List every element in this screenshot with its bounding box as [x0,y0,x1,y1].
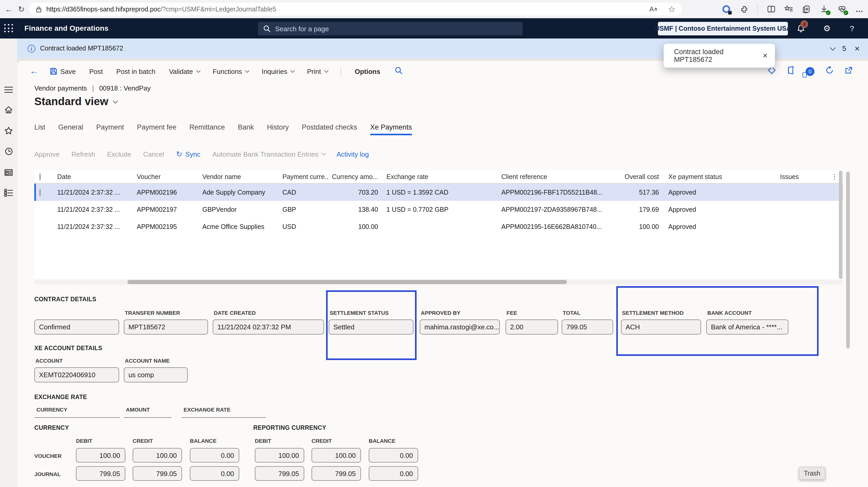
field-account-name[interactable]: us comp [124,367,188,383]
browser-back-icon[interactable]: ← [3,0,14,18]
tab-history[interactable]: History [267,123,289,135]
nav-recent-icon[interactable] [0,145,17,158]
message-bar-close-icon[interactable]: × [855,44,860,53]
nav-favorites-icon[interactable] [0,124,17,137]
tab-postdated-checks[interactable]: Postdated checks [302,123,357,135]
action-pane-item-post-in-batch[interactable]: Post in batch [116,67,155,75]
action-pane-item-validate[interactable]: Validate [169,67,199,75]
read-aloud-icon[interactable]: A [649,5,658,13]
field-voucher-currency-balance[interactable]: 0.00 [190,448,239,462]
action-search-icon[interactable] [395,66,403,76]
action-pane-item-print[interactable]: Print [307,67,327,75]
cell-voucher: APPM002196 [137,189,202,196]
notifications-bell-icon[interactable]: 4 [795,18,807,38]
field-journal-reporting-balance[interactable]: 0.00 [369,466,418,481]
browser-menu-icon[interactable]: … [855,5,864,13]
page-vertical-scrollbar[interactable] [846,172,850,348]
field-voucher-currency-credit[interactable]: 100.00 [133,448,182,462]
favorite-star-icon[interactable]: ☆ [667,5,676,13]
grid-horizontal-scrollbar[interactable] [34,279,843,284]
page-back-icon[interactable]: ← [30,66,38,77]
address-bar[interactable]: https://d365finops-sand.hifxpreprod.poc/… [29,3,682,16]
grid-header-exchange-rate[interactable]: Exchange rate [378,173,501,180]
field-journal-currency-debit[interactable]: 799.05 [76,466,125,481]
nav-workspaces-icon[interactable] [0,166,17,179]
row-radio[interactable] [39,189,40,196]
field-voucher-currency-debit[interactable]: 100.00 [76,448,125,462]
field-journal-currency-balance[interactable]: 0.00 [190,466,239,481]
page-search-input[interactable]: Search for a page [258,22,523,35]
field-status[interactable]: Confirmed [34,319,119,335]
split-screen-icon[interactable] [767,5,775,13]
tab-payment-fee[interactable]: Payment fee [137,123,177,135]
tab-remittance[interactable]: Remittance [189,123,225,135]
grid-toolbar-sync[interactable]: ↻Sync [176,150,200,158]
collections-icon[interactable] [784,5,793,13]
field-transfer-number[interactable]: MPT185672 [124,319,208,335]
field-approved-by[interactable]: mahima.rastogi@xe.co... [420,319,500,335]
field-voucher-reporting-balance[interactable]: 0.00 [369,448,418,462]
field-voucher-reporting-credit[interactable]: 100.00 [312,448,361,462]
grid-row[interactable]: 11/21/2024 2:37:32 ...APPM002195Acme Off… [34,218,843,235]
nav-menu-icon[interactable] [0,83,17,96]
field-date-created[interactable]: 11/21/2024 02:37:32 PM [213,319,324,335]
grid-header-issues[interactable]: Issues [762,173,799,180]
tab-payment[interactable]: Payment [96,123,124,135]
grid-header-vendor-name[interactable]: Vendor name [202,173,282,180]
grid-row[interactable]: 11/21/2024 2:37:32 ...APPM002197GBPVendo… [34,201,843,218]
password-manager-icon[interactable] [722,5,731,13]
cell-voucher: APPM002197 [137,206,202,213]
field-account[interactable]: XEMT0220406910 [34,367,119,383]
breadcrumb-form[interactable]: Vendor payments [34,84,87,92]
tab-bank[interactable]: Bank [238,123,254,135]
field-journal-currency-credit[interactable]: 799.05 [133,466,182,481]
grid-vertical-scrollbar[interactable] [839,171,842,279]
tab-general[interactable]: General [58,123,83,135]
company-selector-button[interactable]: USMF | Contoso Entertainment System USA [658,22,788,35]
open-in-new-window-icon[interactable] [845,66,852,76]
tab-list[interactable]: List [34,123,45,135]
field-total[interactable]: 799.05 [562,319,613,335]
field-journal-reporting-credit[interactable]: 799.05 [312,466,361,481]
add-tab-icon[interactable] [802,5,811,13]
browser-essentials-icon[interactable]: ✓ [837,5,846,13]
grid-header-voucher[interactable]: Voucher [137,173,202,180]
grid-toolbar-activity-log[interactable]: Activity log [337,150,369,158]
scrollbar-thumb[interactable] [127,280,567,284]
cell-date: 11/21/2024 2:37:32 ... [57,189,137,196]
help-icon[interactable]: ? [846,18,858,38]
nav-modules-icon[interactable] [0,186,17,199]
personalize-icon[interactable] [768,66,776,77]
action-pane-item-functions[interactable]: Functions [213,67,248,75]
field-journal-reporting-debit[interactable]: 799.05 [255,466,304,481]
field-fee[interactable]: 2.00 [505,319,558,335]
settings-gear-icon[interactable]: ⚙ [821,18,833,38]
waffle-icon[interactable] [4,24,13,33]
nav-home-icon[interactable] [0,103,17,116]
view-selector[interactable]: Standard view [34,95,117,108]
grid-header-overall-cost[interactable]: Overall cost [621,173,659,180]
action-pane-item-inquiries[interactable]: Inquiries [261,67,293,75]
grid-header-date[interactable]: Date [57,173,137,180]
tab-xe-payments[interactable]: Xe Payments [370,123,412,135]
field-voucher-reporting-debit[interactable]: 100.00 [255,448,304,462]
action-pane-item-save[interactable]: Save [50,67,76,75]
downloads-icon[interactable]: ✓ [819,5,829,13]
grid-header-currency-amo[interactable]: Currency amo... [328,173,378,180]
browser-refresh-icon[interactable]: ↻ [16,0,27,18]
open-in-office-icon[interactable] [787,66,795,77]
action-pane-item-post[interactable]: Post [89,67,103,75]
refresh-icon[interactable] [825,66,834,77]
attachments-count-badge[interactable]: 0 [806,67,814,76]
grid-header-xe-payment-status[interactable]: Xe payment status [659,173,762,180]
grid-row[interactable]: 11/21/2024 2:37:32 ...APPM002196Ade Supp… [34,184,843,201]
extensions-icon[interactable] [740,5,748,13]
message-bar-expand-icon[interactable] [830,45,836,51]
grid-header-select[interactable] [34,173,57,180]
select-all-radio[interactable] [39,173,40,180]
grid-header-client-reference[interactable]: Client reference [501,173,621,180]
grid-header-row: DateVoucherVendor namePayment curre...Cu… [34,170,843,184]
action-pane-item-options[interactable]: Options [355,67,380,75]
toast-close-icon[interactable]: × [763,51,768,60]
grid-header-payment-curre[interactable]: Payment curre... [282,173,328,180]
